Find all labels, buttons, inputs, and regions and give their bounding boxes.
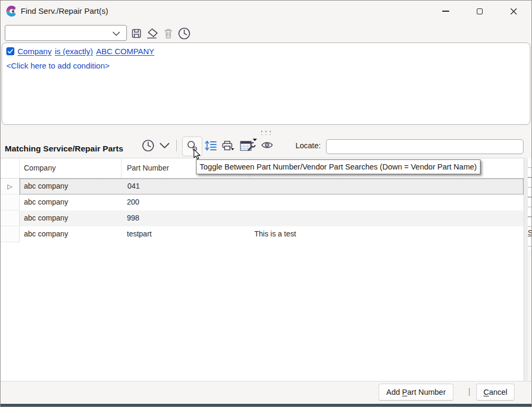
window-title: Find Serv./Repair Part(s) <box>21 1 108 22</box>
cell-part-number: 041 <box>122 179 251 194</box>
cancel-accel: C <box>483 388 488 396</box>
header-row-selector[interactable] <box>1 158 20 178</box>
condition-field-link[interactable]: Company <box>18 47 52 56</box>
clear-search-button[interactable] <box>145 27 159 40</box>
cancel-button[interactable]: Cancel <box>476 384 514 401</box>
row-content: abc company 041 <box>20 179 524 194</box>
eraser-icon <box>145 28 159 39</box>
cell-description: This is a test <box>250 226 524 242</box>
search-history-button[interactable] <box>176 26 192 41</box>
minimize-button[interactable] <box>433 1 458 22</box>
cell-company: abc company <box>20 210 122 226</box>
table-row[interactable]: abc company 200 <box>1 194 524 210</box>
search-toggle-tooltip: Toggle Between Part Number/Vendor Part S… <box>196 159 480 174</box>
locate-input[interactable] <box>326 139 524 154</box>
mouse-cursor-icon <box>193 149 201 160</box>
window-bottom-edge <box>1 404 531 407</box>
add-condition-link[interactable]: <Click here to add condition> <box>6 61 109 70</box>
results-section-title: Matching Service/Repair Parts <box>5 144 123 154</box>
results-grid: Company Part Number ▷ abc company 041 ab… <box>1 158 524 381</box>
condition-value-link[interactable]: ABC COMPANY <box>96 47 155 56</box>
toolbar-separator <box>176 140 177 151</box>
print-icon <box>220 139 235 152</box>
footer-divider <box>1 381 531 381</box>
condition-operator-link[interactable]: is (exactly) <box>55 47 93 56</box>
row-selector[interactable] <box>1 226 20 242</box>
maximize-icon <box>477 9 483 14</box>
preview-eye-icon <box>261 141 273 149</box>
grid-settings-icon <box>239 138 257 152</box>
header-company[interactable]: Company <box>20 158 122 178</box>
sort-button[interactable] <box>203 139 218 152</box>
chevron-down-icon <box>159 142 170 149</box>
current-row-marker-icon[interactable]: ▷ <box>1 179 20 194</box>
cell-description <box>251 179 523 194</box>
sort-icon <box>204 139 218 152</box>
cell-company: abc company <box>20 179 122 194</box>
footer-button-separator: | <box>466 384 473 401</box>
condition-panel: Company is (exactly) ABC COMPANY <Click … <box>2 43 530 125</box>
table-row[interactable]: abc company 998 <box>1 210 524 226</box>
save-search-button[interactable] <box>130 27 143 40</box>
add-part-label-rest: art Number <box>407 388 446 396</box>
cancel-label-rest: ancel <box>489 388 508 396</box>
cell-part-number: 200 <box>122 194 250 210</box>
chevron-down-icon <box>113 31 120 36</box>
maximize-button[interactable] <box>467 1 492 22</box>
cell-company: abc company <box>20 226 122 242</box>
cell-description <box>250 194 524 210</box>
preview-button[interactable] <box>260 140 274 150</box>
cell-part-number: 998 <box>122 210 250 226</box>
add-part-accel: P <box>402 388 407 396</box>
row-content: abc company 200 <box>20 194 524 210</box>
grid-right-gutter <box>524 158 528 381</box>
locate-label: Locate: <box>285 141 321 150</box>
condition-checkbox[interactable] <box>6 47 14 55</box>
add-part-label: Add <box>386 388 402 396</box>
save-icon <box>131 28 142 39</box>
saved-search-combobox[interactable] <box>5 25 127 41</box>
add-part-number-button[interactable]: Add Part Number <box>379 384 453 401</box>
results-history-button[interactable] <box>141 138 156 153</box>
delete-icon <box>163 28 174 39</box>
close-icon <box>510 8 517 15</box>
grid-settings-button[interactable] <box>238 137 258 153</box>
table-row[interactable]: ▷ abc company 041 <box>1 179 524 194</box>
history-icon <box>177 27 191 40</box>
table-row[interactable]: abc company testpart This is a test <box>1 226 524 242</box>
row-content: abc company testpart This is a test <box>20 226 524 242</box>
minimize-icon <box>442 11 449 12</box>
close-button[interactable] <box>501 1 526 22</box>
row-selector[interactable] <box>1 210 20 226</box>
cell-company: abc company <box>20 194 122 210</box>
find-parts-dialog: Find Serv./Repair Part(s) <box>0 0 532 407</box>
row-content: abc company 998 <box>20 210 524 226</box>
app-logo-icon <box>6 5 18 17</box>
cutoff-right-text: S <box>528 228 532 238</box>
print-button[interactable] <box>219 139 235 152</box>
history-icon <box>141 139 155 152</box>
cell-description <box>250 210 524 226</box>
row-selector[interactable] <box>1 194 20 210</box>
delete-search-button[interactable] <box>161 27 175 40</box>
titlebar: Find Serv./Repair Part(s) <box>1 1 531 22</box>
splitter-grip[interactable] <box>259 129 271 135</box>
cell-part-number: testpart <box>122 226 250 242</box>
condition-row: Company is (exactly) ABC COMPANY <box>6 47 155 56</box>
results-dropdown-button[interactable] <box>158 140 171 151</box>
